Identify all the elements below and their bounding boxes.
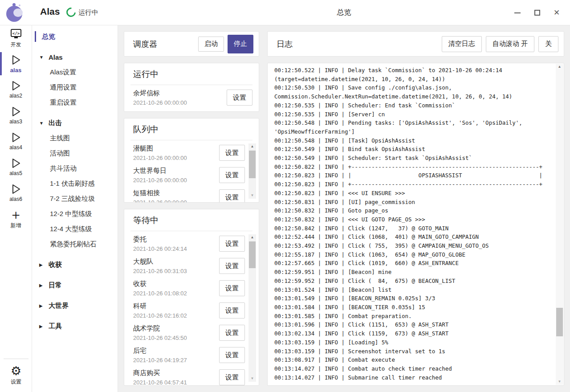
tree-arrow-icon (39, 303, 49, 308)
task-setting-button[interactable]: 设置 (219, 167, 245, 183)
nav-menu-item[interactable]: 大世界 (32, 298, 118, 313)
nav-menu-item[interactable]: Alas (32, 49, 118, 65)
task-setting-button[interactable]: 设置 (219, 280, 245, 296)
rail-config-item[interactable]: </> ＋ alas3 (0, 103, 32, 129)
maximize-button[interactable] (527, 4, 547, 22)
nav-menu-item[interactable]: 12-4 大型练级 (32, 221, 118, 237)
scrollbar-thumb[interactable] (249, 151, 256, 178)
rail-config-item[interactable]: </> ＋ alas6 (0, 180, 32, 206)
dev-console-icon: </> (10, 27, 22, 41)
task-row: 战术学院 2021-10-26 02:45:50 设置 (124, 322, 259, 344)
minimize-icon (514, 12, 521, 13)
nav-menu-item[interactable]: 重启设置 (32, 95, 118, 110)
play-icon (10, 105, 22, 118)
rail-settings-item[interactable]: ⚙ 设置 (0, 363, 32, 388)
task-setting-button[interactable]: 设置 (219, 236, 245, 252)
nav-menu-item[interactable]: Alas设置 (32, 65, 118, 80)
tree-arrow-icon (39, 283, 49, 288)
running-spinner-icon (65, 6, 78, 19)
task-row: 委托 2021-10-26 00:24:14 设置 (124, 233, 259, 255)
scrollbar-thumb[interactable] (249, 241, 256, 268)
nav-menu-item[interactable]: 工具 (32, 318, 118, 334)
task-setting-button[interactable]: 设置 (219, 145, 245, 161)
nav-menu-item[interactable]: 通用设置 (32, 80, 118, 95)
alas-logo (5, 3, 25, 23)
nav-menu-item[interactable]: 7-2 三战捡垃圾 (32, 191, 118, 206)
tree-arrow-icon (39, 262, 49, 267)
nav-menu-item[interactable]: 收获 (32, 257, 118, 272)
rail-config-item[interactable]: </> ＋ 新增 (0, 206, 32, 232)
task-row: 科研 2021-10-26 02:16:02 设置 (124, 300, 259, 322)
nav-menu-item[interactable]: 主线图 (32, 131, 118, 146)
main-content: 调度器 启动 停止 运行中 余烬信标 2021-10-26 00:00:00 设… (118, 25, 570, 392)
task-setting-button[interactable]: 设置 (219, 347, 245, 363)
task-setting-button[interactable]: 设置 (219, 325, 245, 341)
rail-config-item[interactable]: </> ＋ alas (0, 51, 32, 77)
scheduler-status-text: 运行中 (78, 8, 98, 17)
scroll-down-icon[interactable]: ▼ (248, 376, 256, 382)
nav-menu-item[interactable]: 总览 (32, 29, 118, 44)
task-setting-button[interactable]: 设置 (219, 302, 245, 318)
task-setting-button[interactable]: 设置 (227, 90, 252, 106)
scheduler-start-button[interactable]: 启动 (198, 37, 224, 52)
running-card: 运行中 余烬信标 2021-10-26 00:00:00 设置 (124, 63, 259, 112)
task-row: 大世界每日 2021-10-26 00:00:00 设置 (124, 164, 259, 187)
gear-icon: ⚙ (11, 364, 21, 378)
log-output-card[interactable]: 00:12:50.522 | INFO | Delay task `Commis… (267, 63, 564, 386)
scroll-up-icon[interactable]: ▲ (556, 64, 563, 70)
page-title: 总览 (118, 8, 570, 17)
scroll-down-icon[interactable]: ▼ (556, 379, 563, 385)
titlebar: Alas 运行中 总览 ✕ (0, 0, 570, 25)
autoscroll-off-button[interactable]: 关 (538, 36, 558, 52)
autoscroll-on-button[interactable]: 自动滚动 开 (486, 36, 534, 52)
rail-config-item[interactable]: </> ＋ alas4 (0, 129, 32, 155)
waiting-scrollbar[interactable]: ▲ ▼ (248, 234, 256, 382)
rail-divider (4, 359, 28, 359)
task-setting-button[interactable]: 设置 (219, 369, 245, 385)
nav-menu-item[interactable]: 日常 (32, 278, 118, 293)
plus-icon: ＋ (9, 208, 23, 221)
log-title: 日志 (277, 39, 293, 49)
pending-scrollbar[interactable]: ▲ ▼ (248, 143, 256, 199)
app-name: Alas (40, 6, 60, 17)
task-setting-button[interactable]: 设置 (219, 189, 245, 202)
task-row: 后宅 2021-10-26 04:19:27 设置 (124, 344, 259, 367)
tree-arrow-icon (39, 121, 49, 126)
nav-menu-item[interactable]: 12-2 中型练级 (32, 206, 118, 221)
pending-card: 队列中 潜艇图 2021-10-26 00:00:00 设置 大世界每日 202… (124, 118, 259, 203)
log-header-card: 日志 清空日志 自动滚动 开 关 (267, 31, 564, 57)
task-setting-button[interactable]: 设置 (219, 258, 245, 274)
log-scrollbar[interactable]: ▲ ▼ (556, 64, 563, 385)
tree-arrow-icon (39, 324, 49, 329)
task-row: 大舰队 2021-10-26 00:31:03 设置 (124, 255, 259, 278)
scroll-up-icon[interactable]: ▲ (248, 143, 256, 150)
pending-title: 队列中 (124, 118, 259, 140)
scheduler-stop-button[interactable]: 停止 (228, 35, 253, 53)
task-row: 潜艇图 2021-10-26 00:00:00 设置 (124, 142, 259, 164)
nav-menu-item[interactable]: 1-1 伏击刷好感 (32, 176, 118, 191)
task-row: 商店购买 2021-10-26 04:57:41 设置 (124, 367, 259, 385)
nav-menu-item[interactable]: 共斗活动 (32, 161, 118, 176)
scroll-down-icon[interactable]: ▼ (248, 192, 256, 199)
task-row: 短猫相接 2021-10-26 00:00:00 设置 (124, 187, 259, 202)
nav-menu-item[interactable]: 出击 (32, 115, 118, 131)
rail-config-item[interactable]: </> ＋ alas5 (0, 155, 32, 180)
play-icon (10, 131, 22, 144)
clear-log-button[interactable]: 清空日志 (442, 36, 482, 52)
running-title: 运行中 (124, 63, 259, 85)
svg-text:</>: </> (12, 31, 20, 36)
rail-config-item[interactable]: </> ＋ alas2 (0, 77, 32, 103)
scrollbar-thumb[interactable] (556, 308, 563, 336)
nav-menu-item[interactable]: 紧急委托刷钻石 (32, 237, 118, 252)
close-button[interactable]: ✕ (547, 4, 566, 22)
scroll-up-icon[interactable]: ▲ (248, 234, 256, 241)
maximize-icon (534, 10, 540, 16)
play-icon (10, 156, 22, 170)
play-icon (10, 182, 22, 196)
nav-menu-item[interactable]: 活动图 (32, 146, 118, 161)
rail-config-item[interactable]: </> ＋ 开发 (0, 25, 32, 51)
minimize-button[interactable] (508, 4, 527, 22)
play-icon (10, 79, 22, 92)
waiting-title: 等待中 (124, 209, 259, 231)
play-icon (10, 53, 22, 66)
